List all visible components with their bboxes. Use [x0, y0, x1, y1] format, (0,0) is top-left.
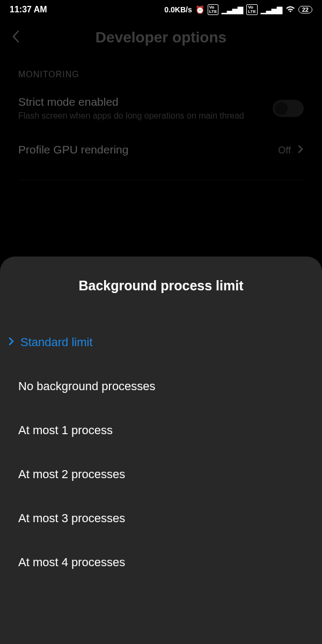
option-label: No background processes	[18, 379, 156, 393]
gpu-rendering-value: Off	[278, 145, 291, 156]
option-label: At most 1 process	[18, 423, 113, 437]
volte-icon-2: VoLTE	[246, 4, 258, 15]
bottom-sheet: Background process limit Standard limit …	[0, 257, 322, 644]
status-bar: 11:37 AM 0.0KB/s ⏰ VoLTE ▁▃▅▇ VoLTE ▁▃▅▇…	[0, 0, 322, 19]
option-label: Standard limit	[20, 335, 93, 349]
volte-icon-1: VoLTE	[208, 4, 219, 15]
alarm-icon: ⏰	[195, 5, 204, 14]
option-at-most-2[interactable]: At most 2 processes	[0, 452, 322, 496]
option-at-most-3[interactable]: At most 3 processes	[0, 496, 322, 540]
signal-icon-1: ▁▃▅▇	[222, 6, 243, 14]
option-at-most-4[interactable]: At most 4 processes	[0, 540, 322, 584]
page-header: Developer options	[0, 19, 322, 59]
data-rate: 0.0KB/s	[164, 5, 192, 14]
strict-mode-desc: Flash screen when apps do long operation…	[18, 111, 273, 122]
chevron-right-icon	[297, 144, 304, 157]
option-standard-limit[interactable]: Standard limit	[0, 320, 322, 364]
background-content: Developer options MONITORING Strict mode…	[0, 19, 322, 180]
section-monitoring: MONITORING	[0, 59, 322, 85]
page-title: Developer options	[11, 29, 311, 46]
signal-icon-2: ▁▃▅▇	[261, 6, 282, 14]
sheet-title: Background process limit	[0, 278, 322, 294]
status-time: 11:37 AM	[10, 5, 47, 14]
wifi-icon	[286, 5, 295, 14]
divider	[18, 180, 304, 180]
battery-icon: 22	[298, 6, 312, 13]
strict-mode-toggle[interactable]	[273, 100, 304, 117]
option-label: At most 3 processes	[18, 511, 125, 525]
setting-strict-mode[interactable]: Strict mode enabled Flash screen when ap…	[0, 85, 322, 133]
strict-mode-title: Strict mode enabled	[18, 96, 273, 108]
option-at-most-1[interactable]: At most 1 process	[0, 408, 322, 452]
setting-gpu-rendering[interactable]: Profile GPU rendering Off	[0, 133, 322, 169]
check-icon	[8, 336, 15, 349]
option-label: At most 4 processes	[18, 555, 125, 569]
back-button[interactable]	[11, 29, 21, 47]
status-right: 0.0KB/s ⏰ VoLTE ▁▃▅▇ VoLTE ▁▃▅▇ 22	[164, 4, 312, 15]
gpu-rendering-title: Profile GPU rendering	[18, 143, 278, 156]
option-label: At most 2 processes	[18, 467, 125, 481]
option-no-background[interactable]: No background processes	[0, 364, 322, 408]
